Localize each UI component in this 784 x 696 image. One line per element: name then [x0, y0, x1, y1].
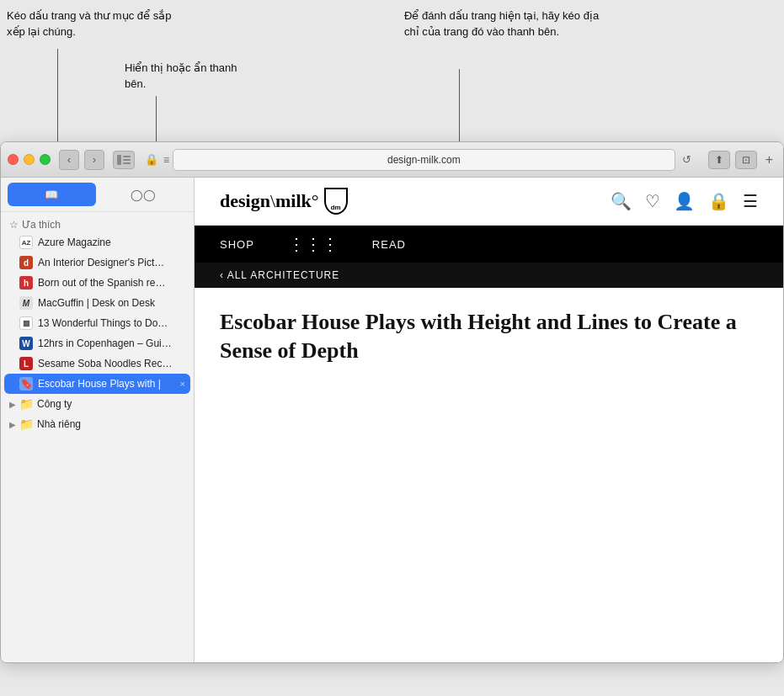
escobar-close[interactable]: ×: [180, 379, 185, 389]
logo-backslash: \: [270, 190, 275, 211]
cart-icon[interactable]: 🔒: [708, 191, 729, 211]
folder-label-congty: Công ty: [37, 398, 72, 410]
nav-read[interactable]: READ: [372, 238, 406, 251]
star-icon: ☆: [9, 219, 19, 231]
minimize-button[interactable]: [24, 154, 35, 165]
account-icon[interactable]: 👤: [674, 191, 695, 211]
nav-divider-icon: ⋮⋮⋮: [288, 234, 339, 254]
breadcrumb-text[interactable]: ‹ ALL ARCHITECTURE: [220, 269, 339, 281]
maximize-button[interactable]: [40, 154, 51, 165]
folder-icon-congty: 📁: [19, 397, 34, 411]
svg-rect-0: [117, 155, 121, 165]
address-bar[interactable]: design-milk.com: [173, 149, 675, 171]
close-button[interactable]: [8, 154, 19, 165]
folder-label-nharieng: Nhà riêng: [37, 418, 81, 430]
sidebar-toggle-button[interactable]: [113, 151, 135, 169]
copenhagen-icon: W: [19, 337, 33, 350]
favorites-section: ☆ Ưa thích: [1, 215, 194, 232]
forward-button[interactable]: ›: [84, 150, 104, 170]
interior-icon: d: [19, 256, 33, 269]
sidebar-item-azure[interactable]: AZ Azure Magazine: [1, 232, 194, 252]
traffic-lights: [8, 154, 51, 165]
macguffin-label: MacGuffin | Desk on Desk: [38, 297, 155, 309]
sidebar-item-spanish[interactable]: h Born out of the Spanish re…: [1, 273, 194, 293]
13things-icon: ▦: [19, 316, 33, 330]
reload-button[interactable]: ↺: [679, 151, 695, 167]
tab-reading-list[interactable]: ◯◯: [99, 183, 188, 206]
annotation-show-hide: Hiển thị hoặc ẩn thanh bên.: [125, 61, 259, 93]
folder-arrow-nharieng: ▶: [9, 420, 16, 429]
content-area: 📖 ◯◯ ☆ Ưa thích AZ Azure Magazine: [1, 178, 783, 662]
logo-rest: °: [312, 190, 319, 211]
article-breadcrumb: ‹ ALL ARCHITECTURE: [195, 263, 783, 288]
logo-text: design\milk°: [220, 192, 319, 210]
sidebar-item-soba[interactable]: L Sesame Soba Noodles Rec…: [1, 353, 194, 374]
wishlist-icon[interactable]: ♡: [645, 191, 660, 211]
sidebar-tabs: 📖 ◯◯: [1, 178, 194, 212]
site-logo: design\milk° dm: [220, 188, 348, 215]
svg-rect-3: [123, 162, 131, 164]
sidebar-folder-congty[interactable]: ▶ 📁 Công ty: [1, 394, 194, 414]
sidebar-item-copenhagen[interactable]: W 12hrs in Copenhagen – Gui…: [1, 333, 194, 353]
copenhagen-label: 12hrs in Copenhagen – Gui…: [38, 337, 172, 349]
folder-icon-nharieng: 📁: [19, 417, 34, 431]
azure-icon: AZ: [19, 236, 33, 249]
annotation-bookmark-current: Để đánh dấu trang hiện tại, hãy kéo địa …: [404, 8, 606, 40]
sidebar-toggle-icon: [117, 155, 131, 165]
reading-list-icon: ◯◯: [131, 189, 156, 201]
privacy-icon: 🔒: [145, 153, 158, 166]
sidebar-item-interior[interactable]: d An Interior Designer's Pict…: [1, 252, 194, 273]
folder-arrow-congty: ▶: [9, 400, 16, 409]
bookmarks-icon: 📖: [45, 189, 58, 201]
spanish-icon: h: [19, 276, 33, 290]
article-title: Escobar House Plays with Height and Line…: [195, 288, 783, 372]
address-bar-container: 🔒 ≡ design-milk.com ↺: [145, 149, 695, 171]
back-button[interactable]: ‹: [59, 150, 79, 170]
soba-icon: L: [19, 357, 33, 370]
logo-carton: dm: [324, 188, 348, 215]
sidebar-item-13things[interactable]: ▦ 13 Wonderful Things to Do…: [1, 313, 194, 333]
svg-rect-2: [123, 159, 131, 161]
menu-icon[interactable]: ☰: [743, 191, 758, 211]
nav-shop[interactable]: SHOP: [220, 238, 254, 251]
sidebar: 📖 ◯◯ ☆ Ưa thích AZ Azure Magazine: [1, 178, 195, 662]
interior-label: An Interior Designer's Pict…: [38, 257, 164, 268]
sidebar-item-macguffin[interactable]: M MacGuffin | Desk on Desk: [1, 293, 194, 313]
share-button[interactable]: ⬆: [708, 151, 730, 169]
soba-label: Sesame Soba Noodles Rec…: [38, 358, 172, 369]
toolbar-right: ⬆ ⊡ +: [708, 151, 776, 169]
azure-label: Azure Magazine: [38, 236, 111, 248]
reader-icon: ≡: [163, 154, 169, 166]
title-bar: ‹ › 🔒 ≡ design-milk.com ↺ ⬆ ⊡ +: [1, 142, 783, 178]
sidebar-item-escobar[interactable]: 🔖 Escobar House Plays with | ×: [4, 374, 190, 394]
sidebar-items: ☆ Ưa thích AZ Azure Magazine d An Interi…: [1, 212, 194, 662]
macguffin-icon: M: [19, 296, 33, 310]
site-header: design\milk° dm 🔍 ♡ 👤 🔒 ☰: [195, 178, 783, 226]
site-nav: SHOP ⋮⋮⋮ READ: [195, 226, 783, 263]
annotation-line-drag: [57, 49, 58, 143]
tab-overview-button[interactable]: ⊡: [735, 151, 757, 169]
13things-label: 13 Wonderful Things to Do…: [38, 317, 168, 329]
tab-bookmarks[interactable]: 📖: [8, 183, 96, 206]
spanish-label: Born out of the Spanish re…: [38, 277, 165, 289]
search-icon[interactable]: 🔍: [611, 191, 632, 211]
site-icons: 🔍 ♡ 👤 🔒 ☰: [611, 191, 758, 211]
escobar-icon: 🔖: [19, 377, 33, 391]
main-content: design\milk° dm 🔍 ♡ 👤 🔒 ☰ SHOP ⋮⋮⋮ READ: [195, 178, 783, 662]
escobar-label: Escobar House Plays with |: [38, 378, 161, 390]
add-tab-button[interactable]: +: [762, 152, 776, 167]
svg-rect-1: [123, 156, 131, 157]
sidebar-folder-nharieng[interactable]: ▶ 📁 Nhà riêng: [1, 414, 194, 434]
browser-window: ‹ › 🔒 ≡ design-milk.com ↺ ⬆ ⊡ +: [0, 141, 784, 663]
favorites-label: Ưa thích: [22, 219, 61, 231]
annotation-drag-bookmarks: Kéo dấu trang và thư mục để sắp xếp lại …: [7, 8, 175, 40]
annotation-line-bookmark: [459, 69, 460, 145]
annotation-line-sidebar: [156, 96, 157, 145]
